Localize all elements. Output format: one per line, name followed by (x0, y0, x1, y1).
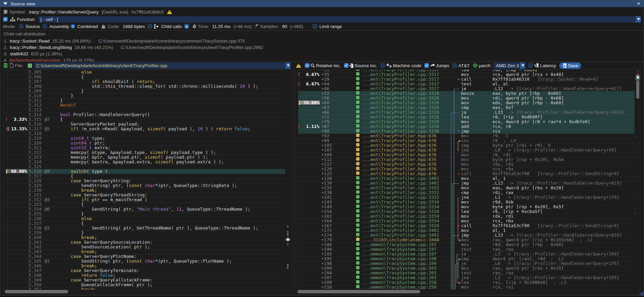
scrollbar-sample-mark (287, 268, 289, 269)
source-line-row[interactable]: 3,314bool Profiler::HandleServerQuery() (3, 112, 292, 117)
code-token: case (71, 268, 81, 273)
source-line-row[interactable]: 3,344 case ServerQueryPlotName: (3, 254, 292, 259)
scrollbar-hot-mark (637, 70, 638, 73)
source-line-row[interactable]: 3,316 ServerQueryPacket payload; (3, 122, 292, 127)
radio-source[interactable] (19, 24, 24, 29)
att-checkbox[interactable] (452, 63, 457, 68)
source-line-row[interactable]: 3,328 case ServerQueryString: (3, 179, 292, 183)
radio-combined-label: Combined (77, 24, 98, 29)
source-hscrollbar-thumb[interactable] (5, 290, 68, 293)
source-line-row[interactable]: 3,342 SendSourceLocation( ptr ); (3, 245, 292, 249)
source-line-row[interactable]: 3,327 { (3, 174, 292, 179)
radio-combined[interactable] (71, 24, 75, 29)
relative-loc-checkbox[interactable] (305, 63, 310, 68)
code-token: break (81, 249, 95, 254)
source-line-row[interactable]: 3,345@1 SendString( ptr, (const char*)pt… (3, 259, 292, 264)
close-icon[interactable]: × (636, 0, 642, 7)
scrollbar-hot-mark (637, 79, 638, 81)
source-line-row[interactable]: 3,348 return false; (3, 273, 292, 278)
source-line-row[interactable]: 3,350 QueueCallstackFrame( ptr ); (3, 282, 292, 287)
source-line-row[interactable]: 3,333 { (3, 202, 292, 207)
source-line-row[interactable]: 3,323 memcpy( &ptr, &payload.ptr, sizeof… (3, 155, 292, 160)
source-line-row[interactable]: 3,336 else (3, 216, 292, 221)
code-token: uint64_t (71, 140, 92, 145)
machine-code-checkbox[interactable] (380, 63, 385, 68)
jumps-checkbox[interactable] (424, 63, 429, 68)
line-annotation: @9 (45, 169, 50, 174)
source-line-row[interactable]: 3,332@3 if( ptr == m_mainThread ) (3, 197, 292, 202)
code-token: ; (95, 249, 97, 254)
source-line-row[interactable]: 13.33%3,317@5 if( !m_sock->Read( &payloa… (3, 127, 292, 131)
assembly-hscrollbar-thumb[interactable] (297, 290, 420, 293)
source-line-row[interactable]: 3,309 } (3, 89, 292, 93)
source-line-row[interactable]: 3,322 memcpy( &type, &payload.type, size… (3, 150, 292, 155)
limit-range-checkbox[interactable] (313, 24, 317, 29)
child-calls-checkbox[interactable] (147, 24, 152, 29)
child-call-item[interactable]: 3.stat64i32625 µs (1.36%) (4, 51, 62, 57)
source-line-row[interactable]: 3,311} (3, 98, 292, 103)
radio-assembly[interactable] (43, 24, 47, 29)
source-line-row[interactable]: 3,343 break; (3, 249, 292, 254)
source-line-row[interactable]: 3,308 std::this_thread::sleep_for( std::… (3, 84, 292, 89)
function-combo[interactable]: [ - self - ] (38, 16, 641, 23)
uarch-combo-value: AMD Zen 3 (496, 62, 519, 69)
uarch-combo-arrow-icon[interactable] (520, 62, 525, 69)
source-line-row[interactable]: 3,337 { (3, 221, 292, 226)
uarch-combo[interactable]: AMD Zen 3 (493, 62, 525, 69)
latency-checkbox[interactable] (528, 63, 533, 68)
jump-line-.L0 (458, 140, 461, 151)
source-line-row[interactable]: 3,334@6 SendString( ptr, "Main thread", … (3, 207, 292, 212)
source-line-row[interactable]: 3,335 } (3, 212, 292, 216)
save-button[interactable]: Save (559, 62, 582, 69)
collapse-child-calls-button[interactable] (184, 24, 189, 29)
file-combo[interactable]: C:\Users\wolf\Desktop\darkrl\contrib\tra… (34, 62, 291, 69)
source-line-row[interactable]: 3,310 } (3, 93, 292, 98)
source-line-row[interactable]: 3,346 break; (3, 264, 292, 268)
source-line-row[interactable]: 3,340 break; (3, 235, 292, 240)
source-line-row[interactable]: 3,338@1 SendString( ptr, GetThreadName( … (3, 226, 292, 231)
file-combo-arrow-icon[interactable] (286, 62, 291, 69)
source-line-row[interactable]: 3,305 else (3, 70, 292, 75)
title-bar[interactable]: Source view × (0, 0, 644, 7)
symbol-label: Symbol: (9, 9, 26, 15)
source-line-row[interactable]: 3,318 (3, 131, 292, 136)
source-line-row[interactable]: 3,320 uint64_t ptr; (3, 141, 292, 145)
sitemap-icon (10, 17, 15, 22)
code-token: !m_sock->Read( &payload, (79, 126, 147, 131)
symbol-name: tracy::Profiler::HandleServerQuery (29, 9, 99, 15)
source-line-row[interactable]: 3,341 case ServerQuerySourceLocation: (3, 240, 292, 245)
source-line-row[interactable]: 3,319 uint8_t type; (3, 136, 292, 141)
source-line-row[interactable]: 3,349 case ServerQueryCallstackFrame: (3, 278, 292, 282)
code-token: payload ), (166, 126, 197, 131)
code-token (60, 197, 81, 202)
source-line-row[interactable]: 3,331 case ServerQueryThreadString: (3, 193, 292, 197)
code-token: { (60, 117, 63, 122)
collapse-icon[interactable] (3, 2, 7, 5)
code-label: Code: (107, 24, 119, 29)
source-line-row[interactable]: 3,312#endif (3, 103, 292, 108)
resize-grip[interactable] (639, 291, 643, 295)
source-line-row[interactable]: 3,325 (3, 164, 292, 169)
function-checkbox[interactable] (3, 17, 8, 22)
source-line-row[interactable]: 3,306 { (3, 75, 292, 79)
child-call-item[interactable]: 4.KeSynchronizeExecution125 µs (0.27%) (4, 57, 94, 61)
symbol-row: Symbol: tracy::Profiler::HandleServerQue… (3, 8, 172, 16)
function-combo-arrow-icon[interactable] (636, 16, 641, 23)
source-line-row[interactable]: 80.00%3,326@9 switch( type ) (3, 169, 292, 174)
source-line-row[interactable]: 3,307 if( shouldExit ) return; (3, 79, 292, 84)
source-line-row[interactable]: 3,324 memcpy( &extra, &payload.extra, si… (3, 160, 292, 164)
source-line-row[interactable]: 3.33%3,315@7{ (3, 117, 292, 122)
source-line-row[interactable]: 3,351 break; (3, 287, 292, 290)
source-line-row[interactable]: 3,313 (3, 108, 292, 112)
line-annotation: @1 (45, 226, 50, 231)
child-call-header: Child call distribution (4, 31, 46, 36)
child-call-item[interactable]: 1.tracy::Socket::Read25.25 ms (54.89%)C:… (4, 38, 245, 44)
child-call-item[interactable]: 2.tracy::Profiler::SendLongString19.88 m… (4, 44, 263, 51)
radio-assembly-label: Assembly (49, 24, 69, 29)
source-line-row[interactable]: 3,347 case ServerQueryTerminate: (3, 268, 292, 273)
source-line-row[interactable]: 3,339 } (3, 231, 292, 235)
source-line-row[interactable]: 3,329 SendString( ptr, (const char*)ptr,… (3, 183, 292, 188)
source-line-row[interactable]: 3,321 uint32_t extra; (3, 145, 292, 150)
source-line-row[interactable]: 3,330 break; (3, 188, 292, 193)
source-loc-checkbox[interactable] (344, 63, 349, 68)
